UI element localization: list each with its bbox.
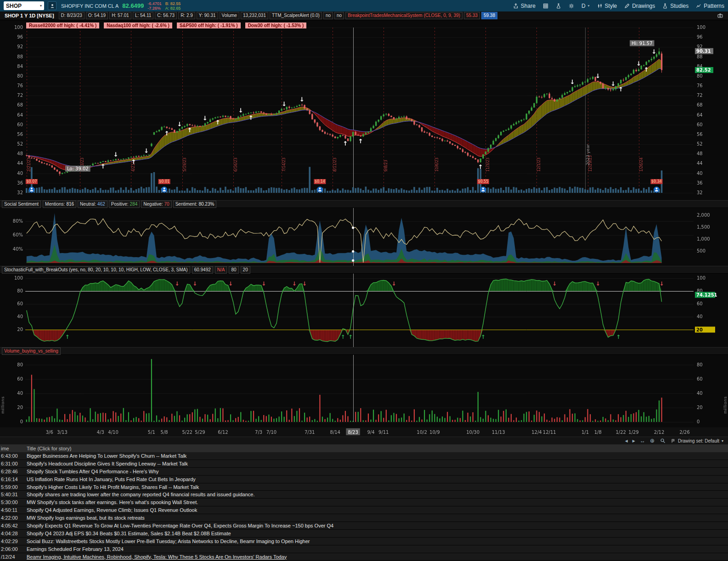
sentiment-study-title[interactable]: Social Sentiment <box>2 201 41 208</box>
toolbar-buttons: Share D▾ Style Drawings Studies Patterns <box>513 3 724 9</box>
symbol-input-box[interactable]: ▾ <box>4 1 44 10</box>
stochastic-value: 60.9492 <box>192 266 213 274</box>
news-title: Shopify Q4 2023 Adj EPS $0.34 Beats $0.3… <box>25 531 233 536</box>
price-chart-canvas[interactable] <box>0 20 728 200</box>
drawing-set-selector[interactable]: Drawing set: Default ▾ <box>671 438 723 443</box>
news-title: Social Buzz: Wallstreetbets Stocks Mostl… <box>25 539 311 544</box>
news-time: 4:22:00 <box>0 515 25 521</box>
stochastic-study-title[interactable]: StochasticFull_with_BreakOuts (yes, no, … <box>2 266 190 274</box>
news-row[interactable]: 2:06:00Earnings Scheduled For February 1… <box>0 545 728 553</box>
main-chart-panel: Russell2000 off high: ( -4.41% )Nasdaq10… <box>0 20 728 200</box>
share-button[interactable]: Share <box>513 3 536 9</box>
news-time: /12/24 <box>0 554 25 560</box>
sentiment-stat: Mentions:816 <box>43 201 76 208</box>
drawings-button[interactable]: Drawings <box>624 3 655 9</box>
index-badges-row: Russell2000 off high: ( -4.41% )Nasdaq10… <box>26 22 306 28</box>
stochastic-oversold: 20 <box>241 266 250 274</box>
last-price: 82.6499 <box>122 2 144 9</box>
symbol-dropdown-caret[interactable]: ▾ <box>40 4 42 8</box>
news-row[interactable]: 6:43:00Bigger Businesses Are Helping To … <box>0 452 728 460</box>
symbol-description-button[interactable] <box>48 1 56 10</box>
news-title: MW Shopify logs earnings beat, but its s… <box>25 515 147 521</box>
chart-header-field: Volume <box>220 12 239 19</box>
grid-layout-button[interactable] <box>543 3 548 9</box>
chart-header-field: C: 56.73 <box>155 12 177 19</box>
chart-settings-button[interactable] <box>569 3 574 9</box>
sentiment-stat: Positive:284 <box>109 201 140 208</box>
chart-nav-icon[interactable]: ⊕ <box>650 438 655 443</box>
news-row[interactable]: 5:40:31Shopify shares are trading lower … <box>0 491 728 499</box>
sentiment-stat-value: 80.23% <box>198 202 214 207</box>
news-title: US Inflation Rate Runs Hot In January, P… <box>25 477 198 482</box>
news-row[interactable]: 4:50:11Shopify Q4 Adjusted Earnings, Rev… <box>0 506 728 514</box>
chart-header-field: no <box>334 12 344 19</box>
stochastic-overbought: 80 <box>229 266 238 274</box>
news-row[interactable]: 6:31:00Shopify's Headcount Discipline Gi… <box>0 460 728 468</box>
news-time: 4:05:42 <box>0 523 25 528</box>
sentiment-stat-label: Negative: <box>143 202 163 207</box>
snapshot-camera-button[interactable] <box>717 13 726 18</box>
sentiment-chart-canvas[interactable] <box>0 208 728 266</box>
chart-nav-icon[interactable]: ◂ <box>625 438 628 443</box>
news-row[interactable]: 4:22:00MW Shopify logs earnings beat, bu… <box>0 514 728 522</box>
news-row[interactable]: 4:05:42Shopify Expects Q1 Revenue To Gro… <box>0 522 728 530</box>
volume-panel-header: Volume_buying_vs_selling <box>0 347 728 355</box>
news-row[interactable]: /12/24Beamr Imaging, Intuitive Machines,… <box>0 553 728 561</box>
news-title-header[interactable]: Title (Click for story) <box>25 446 73 451</box>
company-name: SHOPIFY INC COM CL A <box>61 3 119 9</box>
style-button[interactable]: Style <box>597 3 617 9</box>
chart-footer: ◂▸↔⊕ Drawing set: Default ▾ <box>0 437 728 444</box>
volume-chart-canvas[interactable] <box>0 355 728 427</box>
bid-ask-stack: B: 82.55 A: 82.65 <box>165 1 181 11</box>
news-row[interactable]: 5:30:00MW Shopify's stock tanks after ea… <box>0 499 728 506</box>
news-time: 6:31:00 <box>0 461 25 466</box>
news-time: 6:28:46 <box>0 469 25 474</box>
news-title: Earnings Scheduled For February 13, 2024 <box>25 546 125 552</box>
news-time-header[interactable]: ime <box>0 446 25 451</box>
flag-icon <box>671 438 676 443</box>
news-row[interactable]: 4:02:29Social Buzz: Wallstreetbets Stock… <box>0 538 728 545</box>
volume-axis-unit-right: millions <box>723 374 728 414</box>
chart-header-fields: D: 8/23/23O: 54.19H: 57.01L: 54.11C: 56.… <box>59 12 497 19</box>
news-row[interactable]: 6:28:46Shopify Stock Tumbles After Q4 Pe… <box>0 468 728 476</box>
person-icon <box>50 3 55 9</box>
news-row[interactable]: 5:59:00Shopify's Higher Costs Likely To … <box>0 483 728 491</box>
index-off-high-badge: Dow30 off high: ( -1.53% ) <box>245 22 307 28</box>
net-change: -6.4701 <box>147 1 162 6</box>
news-title: Shopify Expects Q1 Revenue To Grow At Lo… <box>25 523 335 528</box>
news-time: 2:06:00 <box>0 546 25 552</box>
news-row[interactable]: 6:16:14US Inflation Rate Runs Hot In Jan… <box>0 476 728 483</box>
time-axis-canvas[interactable] <box>0 427 728 437</box>
news-title: Shopify shares are trading lower after t… <box>25 492 257 497</box>
timeframe-button[interactable]: D▾ <box>581 3 590 9</box>
patterns-button[interactable]: Patterns <box>696 3 724 9</box>
news-row[interactable]: 4:04:28Shopify Q4 2023 Adj EPS $0.34 Bea… <box>0 530 728 538</box>
stochastic-chart-canvas[interactable] <box>0 274 728 347</box>
index-off-high-badge: Russell2000 off high: ( -4.41% ) <box>26 22 99 28</box>
symbol-input[interactable] <box>6 3 33 9</box>
flask-icon <box>556 3 561 9</box>
chart-header-field: D: 8/23/23 <box>59 12 85 19</box>
studies-button[interactable]: Studies <box>662 3 688 9</box>
chart-nav-icon[interactable]: ↔ <box>640 438 645 443</box>
chart-header-field[interactable]: BreakpointTradesMechanicalSystem (CLOSE,… <box>345 12 463 19</box>
sentiment-stat-label: Neutral: <box>80 202 96 207</box>
chart-header: SHOP 1 Y 1D [NYSE] D: 8/23/23O: 54.19H: … <box>0 11 728 20</box>
news-time: 6:43:00 <box>0 453 25 459</box>
volume-axis-unit-left: millions <box>0 374 5 414</box>
news-time: 4:50:11 <box>0 507 25 513</box>
chart-nav-icon[interactable]: ▸ <box>632 438 635 443</box>
index-off-high-badge: Nasdaq100 off high: ( -2.6% ) <box>104 22 172 28</box>
news-header-row: ime Title (Click for story) <box>0 444 728 452</box>
news-title: MW Shopify's stock tanks after earnings.… <box>25 499 200 505</box>
volume-study-title[interactable]: Volume_buying_vs_selling <box>2 348 61 355</box>
news-time: 5:40:31 <box>0 492 25 497</box>
sentiment-stat-value: 284 <box>130 202 138 207</box>
magnifier-icon[interactable] <box>660 438 666 443</box>
news-title: Shopify Stock Tumbles After Q4 Performan… <box>25 469 161 474</box>
camera-icon <box>717 13 723 18</box>
news-title: Shopify's Headcount Discipline Gives It … <box>25 461 190 466</box>
chart-header-field[interactable]: TTM_ScalperAlert (0.0) <box>270 12 322 19</box>
quick-study-button[interactable] <box>556 3 561 9</box>
chart-header-field: R: 2.9 <box>178 12 195 19</box>
